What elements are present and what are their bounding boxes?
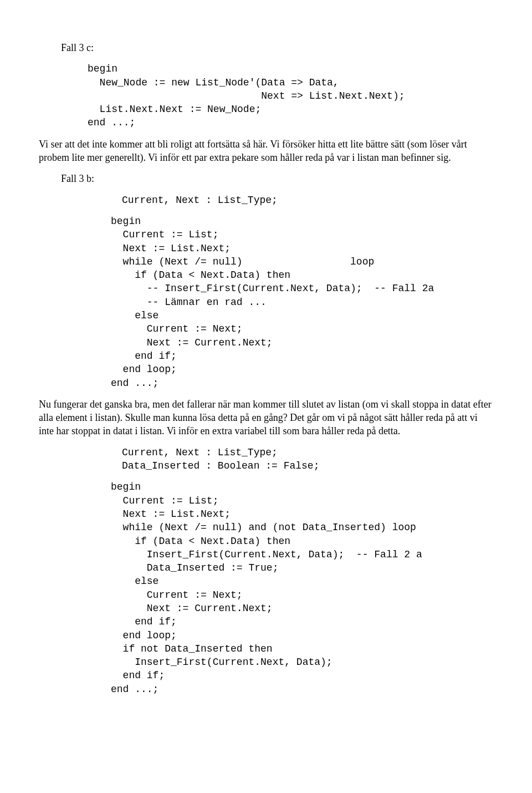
code-block-2-body: begin Current := List; Next := List.Next… xyxy=(111,215,493,390)
code-block-1: begin New_Node := new List_Node'(Data =>… xyxy=(88,62,493,129)
section-label-fall3c: Fall 3 c: xyxy=(61,41,493,54)
code-block-3-body: begin Current := List; Next := List.Next… xyxy=(111,480,493,696)
paragraph-1: Vi ser att det inte kommer att bli rolig… xyxy=(39,138,493,165)
section-label-fall3b: Fall 3 b: xyxy=(61,172,493,185)
code-block-2-decl: Current, Next : List_Type; xyxy=(122,194,493,207)
code-block-3-decl: Current, Next : List_Type; Data_Inserted… xyxy=(122,446,493,473)
paragraph-2: Nu fungerar det ganska bra, men det fall… xyxy=(39,398,493,438)
